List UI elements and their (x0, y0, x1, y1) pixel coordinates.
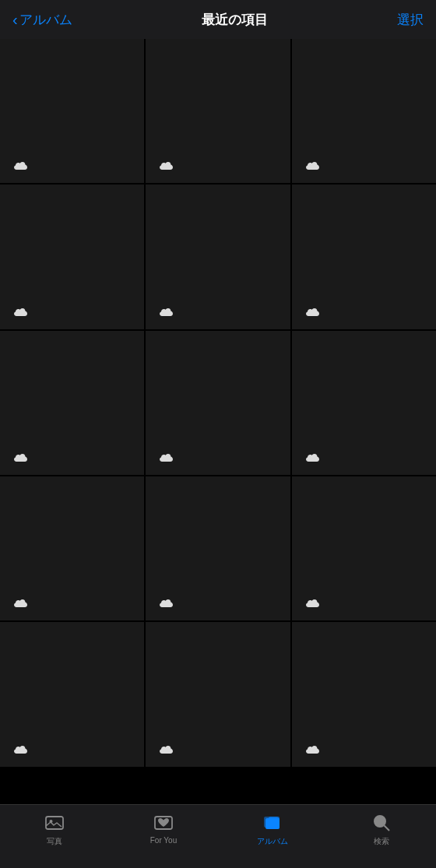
photo-grid (0, 39, 436, 767)
tab-bar: 写真 For You アルバム (0, 804, 436, 868)
grid-cell[interactable] (292, 39, 436, 183)
grid-cell[interactable] (0, 476, 144, 620)
cloud-icon (5, 167, 23, 177)
for-you-icon (153, 813, 174, 833)
cloud-icon (151, 604, 168, 615)
cloud-icon (297, 604, 315, 615)
grid-cell[interactable] (146, 39, 290, 183)
svg-point-8 (374, 816, 385, 827)
grid-cell[interactable] (146, 622, 290, 766)
cloud-icon (151, 750, 168, 761)
cloud-icon (5, 459, 23, 469)
svg-rect-7 (266, 819, 279, 829)
page-title: 最近の項目 (202, 11, 268, 29)
cloud-icon (297, 313, 315, 324)
cloud-icon (5, 750, 23, 761)
select-button[interactable]: 選択 (397, 11, 424, 29)
cloud-icon (151, 459, 168, 469)
chevron-left-icon: ‹ (12, 11, 18, 29)
tab-for-you-label: For You (150, 836, 177, 845)
albums-icon (262, 813, 283, 833)
cloud-icon (297, 459, 315, 469)
photo-grid-container[interactable] (0, 39, 436, 804)
grid-cell[interactable] (146, 331, 290, 475)
grid-cell[interactable] (0, 39, 144, 183)
tab-albums[interactable]: アルバム (218, 811, 327, 847)
cloud-icon (151, 313, 168, 324)
grid-cell[interactable] (0, 622, 144, 766)
grid-cell[interactable] (0, 331, 144, 475)
cloud-icon (297, 167, 315, 177)
photos-icon (44, 813, 65, 833)
grid-cell[interactable] (292, 331, 436, 475)
tab-photos-label: 写真 (47, 836, 62, 847)
grid-cell[interactable] (292, 622, 436, 766)
back-button[interactable]: ‹ アルバム (12, 11, 72, 29)
tab-search-label: 検索 (374, 836, 389, 847)
tab-photos[interactable]: 写真 (0, 811, 109, 847)
grid-cell[interactable] (146, 184, 290, 329)
tab-albums-label: アルバム (257, 836, 288, 847)
tab-for-you[interactable]: For You (109, 811, 218, 845)
cloud-icon (5, 604, 23, 615)
grid-cell[interactable] (292, 476, 436, 620)
cloud-icon (297, 750, 315, 761)
cloud-icon (151, 167, 168, 177)
back-label: アルバム (19, 11, 72, 29)
svg-line-9 (385, 826, 390, 831)
cloud-icon (5, 313, 23, 324)
header: ‹ アルバム 最近の項目 選択 (0, 0, 436, 39)
search-icon (371, 813, 392, 833)
tab-search[interactable]: 検索 (327, 811, 436, 847)
svg-rect-0 (46, 817, 63, 829)
grid-cell[interactable] (0, 184, 144, 329)
grid-cell[interactable] (146, 476, 290, 620)
grid-cell[interactable] (292, 184, 436, 329)
